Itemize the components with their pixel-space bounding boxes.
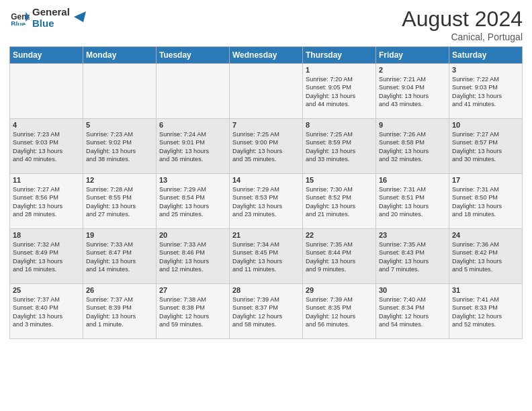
day-info: Sunrise: 7:28 AM Sunset: 8:55 PM Dayligh… [86,185,153,219]
day-cell [83,64,157,119]
day-number: 5 [86,121,153,129]
day-info: Sunrise: 7:38 AM Sunset: 8:38 PM Dayligh… [159,295,226,329]
day-number: 27 [159,286,226,294]
day-cell: 14Sunrise: 7:29 AM Sunset: 8:53 PM Dayli… [230,174,303,229]
day-info: Sunrise: 7:30 AM Sunset: 8:52 PM Dayligh… [306,185,373,219]
day-number: 16 [379,176,446,184]
day-info: Sunrise: 7:27 AM Sunset: 8:56 PM Dayligh… [13,185,80,219]
day-cell [230,64,303,119]
day-number: 1 [306,66,373,74]
week-row-5: 25Sunrise: 7:37 AM Sunset: 8:40 PM Dayli… [10,284,523,339]
logo-wing-icon [71,10,86,24]
calendar-table: Sunday Monday Tuesday Wednesday Thursday… [9,46,523,339]
day-number: 31 [452,286,519,294]
day-number: 21 [232,231,300,239]
logo-icon: General Blue [11,11,30,26]
day-number: 4 [13,121,80,129]
day-number: 22 [306,231,373,239]
day-cell: 23Sunrise: 7:35 AM Sunset: 8:43 PM Dayli… [376,229,449,284]
day-number: 3 [452,66,519,74]
day-info: Sunrise: 7:39 AM Sunset: 8:35 PM Dayligh… [306,295,373,329]
day-number: 20 [159,231,226,239]
day-info: Sunrise: 7:35 AM Sunset: 8:43 PM Dayligh… [379,240,446,274]
title-block: August 2024 Canical, Portugal [402,7,523,42]
day-number: 7 [232,121,300,129]
day-number: 29 [306,286,373,294]
logo-general: General [32,7,70,18]
logo-blue: Blue [32,18,70,30]
day-info: Sunrise: 7:37 AM Sunset: 8:39 PM Dayligh… [86,295,153,329]
day-cell [10,64,83,119]
col-tuesday: Tuesday [157,47,230,64]
day-cell: 4Sunrise: 7:23 AM Sunset: 9:03 PM Daylig… [10,119,83,174]
day-info: Sunrise: 7:37 AM Sunset: 8:40 PM Dayligh… [13,295,80,329]
day-cell: 6Sunrise: 7:24 AM Sunset: 9:01 PM Daylig… [157,119,230,174]
day-cell: 21Sunrise: 7:34 AM Sunset: 8:45 PM Dayli… [230,229,303,284]
day-number: 8 [306,121,373,129]
day-info: Sunrise: 7:41 AM Sunset: 8:33 PM Dayligh… [452,295,519,329]
day-cell [157,64,230,119]
day-info: Sunrise: 7:29 AM Sunset: 8:54 PM Dayligh… [159,185,226,219]
day-number: 9 [379,121,446,129]
day-cell: 8Sunrise: 7:25 AM Sunset: 8:59 PM Daylig… [303,119,376,174]
week-row-1: 1Sunrise: 7:20 AM Sunset: 9:05 PM Daylig… [10,64,523,119]
day-info: Sunrise: 7:20 AM Sunset: 9:05 PM Dayligh… [306,75,373,109]
day-info: Sunrise: 7:32 AM Sunset: 8:49 PM Dayligh… [13,240,80,274]
logo: General Blue General Blue [9,7,86,29]
day-info: Sunrise: 7:33 AM Sunset: 8:47 PM Dayligh… [86,240,153,274]
day-cell: 10Sunrise: 7:27 AM Sunset: 8:57 PM Dayli… [449,119,523,174]
day-info: Sunrise: 7:29 AM Sunset: 8:53 PM Dayligh… [232,185,300,219]
day-number: 17 [452,176,519,184]
col-thursday: Thursday [303,47,376,64]
day-info: Sunrise: 7:27 AM Sunset: 8:57 PM Dayligh… [452,130,519,164]
day-info: Sunrise: 7:34 AM Sunset: 8:45 PM Dayligh… [232,240,300,274]
day-cell: 1Sunrise: 7:20 AM Sunset: 9:05 PM Daylig… [303,64,376,119]
week-row-2: 4Sunrise: 7:23 AM Sunset: 9:03 PM Daylig… [10,119,523,174]
day-number: 2 [379,66,446,74]
svg-marker-3 [74,11,86,22]
day-cell: 31Sunrise: 7:41 AM Sunset: 8:33 PM Dayli… [449,284,523,339]
day-cell: 29Sunrise: 7:39 AM Sunset: 8:35 PM Dayli… [303,284,376,339]
col-wednesday: Wednesday [230,47,303,64]
header-row: Sunday Monday Tuesday Wednesday Thursday… [10,47,523,64]
main-title: August 2024 [402,7,523,32]
day-cell: 12Sunrise: 7:28 AM Sunset: 8:55 PM Dayli… [83,174,157,229]
day-cell: 20Sunrise: 7:33 AM Sunset: 8:46 PM Dayli… [157,229,230,284]
col-sunday: Sunday [10,47,83,64]
col-friday: Friday [376,47,449,64]
day-info: Sunrise: 7:36 AM Sunset: 8:42 PM Dayligh… [452,240,519,274]
day-cell: 26Sunrise: 7:37 AM Sunset: 8:39 PM Dayli… [83,284,157,339]
day-cell: 17Sunrise: 7:31 AM Sunset: 8:50 PM Dayli… [449,174,523,229]
day-cell: 25Sunrise: 7:37 AM Sunset: 8:40 PM Dayli… [10,284,83,339]
day-info: Sunrise: 7:31 AM Sunset: 8:51 PM Dayligh… [379,185,446,219]
day-cell: 30Sunrise: 7:40 AM Sunset: 8:34 PM Dayli… [376,284,449,339]
day-info: Sunrise: 7:24 AM Sunset: 9:01 PM Dayligh… [159,130,226,164]
col-monday: Monday [83,47,157,64]
day-number: 23 [379,231,446,239]
day-info: Sunrise: 7:33 AM Sunset: 8:46 PM Dayligh… [159,240,226,274]
day-number: 28 [232,286,300,294]
week-row-4: 18Sunrise: 7:32 AM Sunset: 8:49 PM Dayli… [10,229,523,284]
day-cell: 7Sunrise: 7:25 AM Sunset: 9:00 PM Daylig… [230,119,303,174]
day-info: Sunrise: 7:21 AM Sunset: 9:04 PM Dayligh… [379,75,446,109]
day-number: 30 [379,286,446,294]
day-cell: 27Sunrise: 7:38 AM Sunset: 8:38 PM Dayli… [157,284,230,339]
col-saturday: Saturday [449,47,523,64]
day-info: Sunrise: 7:25 AM Sunset: 9:00 PM Dayligh… [232,130,300,164]
day-number: 6 [159,121,226,129]
day-number: 10 [452,121,519,129]
day-cell: 11Sunrise: 7:27 AM Sunset: 8:56 PM Dayli… [10,174,83,229]
day-number: 14 [232,176,300,184]
svg-text:Blue: Blue [11,20,26,25]
day-cell: 24Sunrise: 7:36 AM Sunset: 8:42 PM Dayli… [449,229,523,284]
day-info: Sunrise: 7:39 AM Sunset: 8:37 PM Dayligh… [232,295,300,329]
day-cell: 3Sunrise: 7:22 AM Sunset: 9:03 PM Daylig… [449,64,523,119]
day-number: 18 [13,231,80,239]
day-number: 15 [306,176,373,184]
day-info: Sunrise: 7:26 AM Sunset: 8:58 PM Dayligh… [379,130,446,164]
day-number: 13 [159,176,226,184]
day-info: Sunrise: 7:22 AM Sunset: 9:03 PM Dayligh… [452,75,519,109]
subtitle: Canical, Portugal [402,32,523,42]
day-number: 25 [13,286,80,294]
day-info: Sunrise: 7:40 AM Sunset: 8:34 PM Dayligh… [379,295,446,329]
